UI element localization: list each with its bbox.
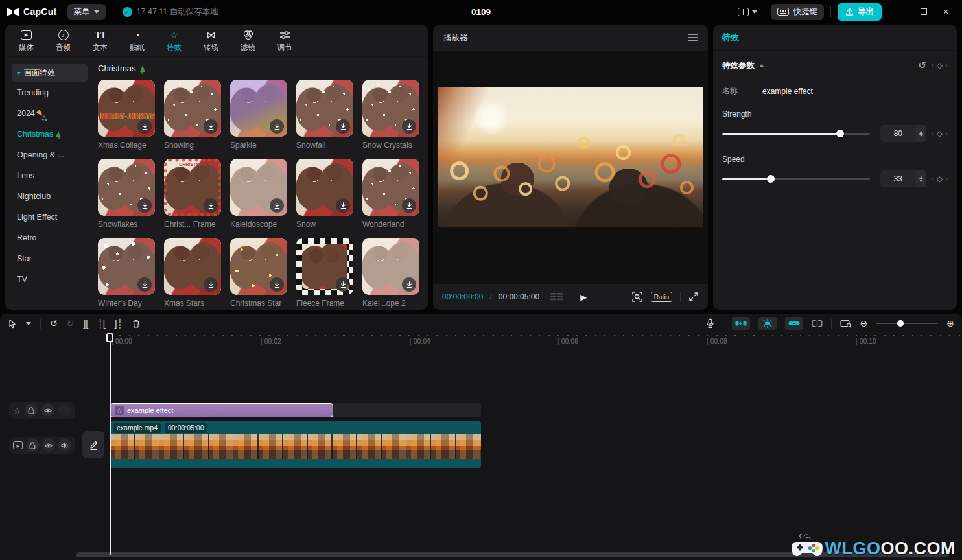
speed-slider[interactable] (722, 174, 870, 183)
tab-effects[interactable]: ☆ 特效 (156, 29, 193, 52)
split-keep-left-icon[interactable]: ]┊ (115, 318, 123, 329)
link-clips-toggle[interactable] (785, 317, 803, 330)
sidebar-item-opening[interactable]: Opening & ... (12, 145, 88, 165)
track-option-icon[interactable] (58, 404, 71, 417)
hide-track-icon[interactable] (41, 404, 54, 417)
effect-card-wonderland[interactable]: Wonderland (362, 159, 419, 229)
download-icon[interactable] (137, 119, 152, 134)
frame-preview-icon[interactable] (550, 293, 563, 301)
sidebar-item-tv[interactable]: TV (12, 269, 88, 290)
split-keep-right-icon[interactable]: ┊[ (97, 318, 105, 329)
sidebar-item-light-effect[interactable]: Light Effect (12, 207, 88, 228)
effect-card-winters-day[interactable]: Winter's Day (98, 238, 155, 308)
download-icon[interactable] (204, 277, 218, 292)
strength-slider[interactable] (722, 129, 870, 138)
split-view-icon[interactable] (812, 320, 823, 327)
tab-transition[interactable]: ⋈ 转场 (193, 29, 229, 52)
sidebar-item-christmas[interactable]: Christmas (12, 124, 88, 145)
mute-track-icon[interactable] (58, 439, 71, 452)
effect-card-xmas-collage[interactable]: Xmas Collage (98, 80, 155, 150)
effect-card-snowing[interactable]: Snowing (164, 80, 221, 150)
magnetic-snap-toggle[interactable] (732, 317, 750, 330)
tab-filter[interactable]: 滤镜 (229, 29, 266, 52)
strength-slider-knob[interactable] (836, 130, 844, 137)
video-clip[interactable]: example.mp4 00:00:05:00 (110, 421, 481, 468)
download-icon[interactable] (270, 198, 284, 213)
tool-dropdown-icon[interactable] (26, 322, 31, 325)
sidebar-group-screen-effects[interactable]: 画面特效 (12, 64, 88, 82)
download-icon[interactable] (336, 198, 350, 213)
speed-value[interactable]: 33 (880, 170, 916, 187)
strength-value[interactable]: 80 (880, 125, 916, 142)
video-preview[interactable] (438, 87, 703, 227)
edit-cover-button[interactable] (82, 431, 104, 458)
reset-icon[interactable]: ↺ (918, 60, 926, 71)
effect-card-snow[interactable]: Snow (296, 159, 353, 229)
player-menu-icon[interactable] (688, 37, 698, 38)
effect-card-snowflakes[interactable]: Snowflakes (98, 159, 155, 229)
timeline-zoom-slider[interactable] (876, 320, 938, 327)
tab-text[interactable]: TI 文本 (82, 29, 119, 52)
lock-track-icon[interactable] (26, 439, 39, 452)
effect-card-snowfall[interactable]: Snowfall (296, 80, 353, 150)
sidebar-item-lens[interactable]: Lens (12, 165, 88, 186)
playhead-handle[interactable] (106, 333, 113, 342)
download-icon[interactable] (204, 198, 218, 213)
download-icon[interactable] (336, 277, 350, 292)
layout-switch-button[interactable] (738, 8, 757, 16)
redo-icon[interactable]: ↻ (67, 318, 75, 329)
effect-card-christmas-frame[interactable]: Christ... Frame (164, 159, 221, 229)
keyframe-icon[interactable]: ◇ (937, 61, 943, 70)
tab-adjust[interactable]: 调节 (266, 29, 303, 52)
split-icon[interactable]: ][ (83, 318, 88, 329)
speed-stepper[interactable] (916, 170, 926, 187)
sidebar-item-star[interactable]: Star (12, 248, 88, 269)
minimize-button[interactable] (892, 3, 911, 20)
next-keyframe-icon[interactable]: › (945, 61, 948, 70)
download-icon[interactable] (402, 119, 416, 134)
zoom-out-icon[interactable]: ⊖ (860, 318, 868, 329)
export-button[interactable]: 导出 (838, 3, 882, 21)
prev-keyframe-icon[interactable]: ‹ (932, 174, 934, 183)
effect-card-kaleidoscope-2[interactable]: Kalei...ope 2 (362, 238, 419, 308)
ratio-button[interactable]: Ratio (651, 292, 672, 302)
download-icon[interactable] (137, 277, 152, 292)
preview-axis-icon[interactable] (840, 319, 852, 328)
linked-preview-toggle[interactable] (758, 317, 777, 330)
effect-card-fleece-frame[interactable]: Fleece Frame (296, 238, 353, 308)
focus-zoom-icon[interactable] (631, 291, 643, 303)
tab-audio[interactable]: ♪ 音频 (45, 29, 82, 52)
sidebar-item-2024[interactable]: 2024 (12, 103, 88, 124)
keyframe-icon[interactable]: ◇ (937, 174, 943, 183)
effect-card-kaleidoscope[interactable]: Kaleidoscope (230, 159, 287, 229)
record-voiceover-icon[interactable] (706, 318, 714, 329)
download-icon[interactable] (204, 119, 218, 134)
zoom-in-icon[interactable]: ⊕ (946, 318, 954, 329)
shortcut-button[interactable]: 快捷键 (771, 4, 825, 20)
delete-icon[interactable] (132, 319, 141, 329)
timeline-ruler[interactable]: 00:00 00:02 00:04 00:06 00:08 00:10 (0, 333, 962, 347)
effect-card-sparkle[interactable]: Sparkle (230, 80, 287, 150)
collapse-icon[interactable] (759, 64, 764, 67)
effect-clip[interactable]: ☆ example effect (110, 403, 333, 417)
effect-card-xmas-stars[interactable]: Xmas Stars (164, 238, 221, 308)
select-tool-icon[interactable] (8, 319, 17, 329)
sidebar-item-nightclub[interactable]: Nightclub (12, 186, 88, 207)
lock-track-icon[interactable] (25, 404, 38, 417)
effect-card-snow-crystals[interactable]: Snow Crystals (362, 80, 419, 150)
zoom-slider-knob[interactable] (897, 320, 904, 327)
tab-sticker[interactable]: ◔ 贴纸 (119, 29, 156, 52)
sidebar-item-retro[interactable]: Retro (12, 228, 88, 248)
strength-stepper[interactable] (916, 125, 926, 142)
close-button[interactable]: × (936, 3, 956, 20)
download-icon[interactable] (336, 119, 350, 134)
next-keyframe-icon[interactable]: › (945, 174, 948, 183)
play-button[interactable]: ▶ (580, 292, 587, 302)
effect-card-christmas-star[interactable]: Christmas Star (230, 238, 287, 308)
prev-keyframe-icon[interactable]: ‹ (932, 61, 934, 70)
download-icon[interactable] (270, 277, 284, 292)
undo-icon[interactable]: ↺ (50, 318, 58, 329)
menu-button[interactable]: 菜单 (67, 4, 106, 20)
keyframe-icon[interactable]: ◇ (937, 129, 943, 138)
next-keyframe-icon[interactable]: › (945, 129, 948, 138)
